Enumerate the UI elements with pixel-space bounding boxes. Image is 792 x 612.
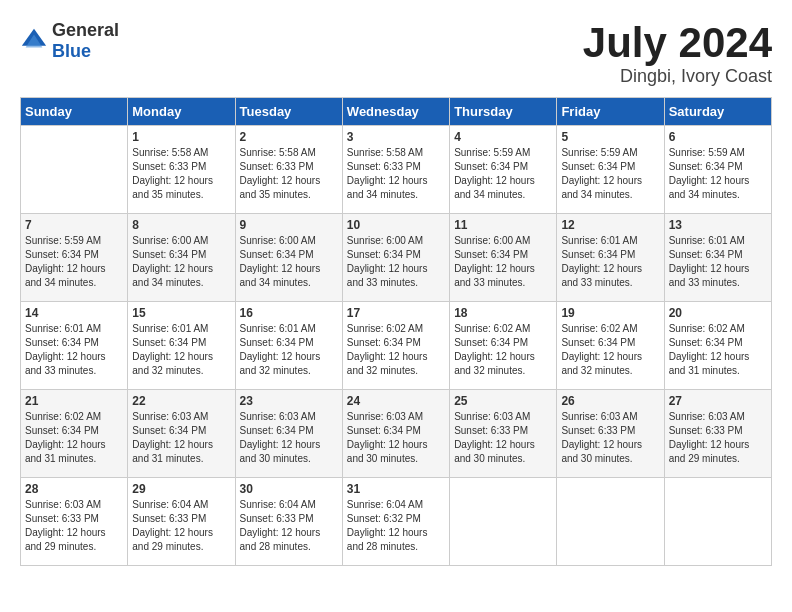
calendar-day-cell: 30Sunrise: 6:04 AM Sunset: 6:33 PM Dayli… <box>235 478 342 566</box>
title-area: July 2024 Dingbi, Ivory Coast <box>583 20 772 87</box>
day-number: 3 <box>347 130 445 144</box>
day-info: Sunrise: 6:01 AM Sunset: 6:34 PM Dayligh… <box>132 322 230 378</box>
logo-general: General <box>52 20 119 40</box>
calendar-day-cell: 8Sunrise: 6:00 AM Sunset: 6:34 PM Daylig… <box>128 214 235 302</box>
calendar-day-cell <box>450 478 557 566</box>
day-number: 15 <box>132 306 230 320</box>
calendar-week-row: 1Sunrise: 5:58 AM Sunset: 6:33 PM Daylig… <box>21 126 772 214</box>
calendar-day-cell: 22Sunrise: 6:03 AM Sunset: 6:34 PM Dayli… <box>128 390 235 478</box>
weekday-header: Saturday <box>664 98 771 126</box>
day-info: Sunrise: 6:02 AM Sunset: 6:34 PM Dayligh… <box>25 410 123 466</box>
day-number: 6 <box>669 130 767 144</box>
calendar-day-cell: 29Sunrise: 6:04 AM Sunset: 6:33 PM Dayli… <box>128 478 235 566</box>
day-info: Sunrise: 6:00 AM Sunset: 6:34 PM Dayligh… <box>132 234 230 290</box>
logo-icon <box>20 27 48 55</box>
calendar-day-cell: 23Sunrise: 6:03 AM Sunset: 6:34 PM Dayli… <box>235 390 342 478</box>
calendar-day-cell: 10Sunrise: 6:00 AM Sunset: 6:34 PM Dayli… <box>342 214 449 302</box>
day-number: 14 <box>25 306 123 320</box>
calendar-week-row: 7Sunrise: 5:59 AM Sunset: 6:34 PM Daylig… <box>21 214 772 302</box>
day-info: Sunrise: 6:03 AM Sunset: 6:33 PM Dayligh… <box>454 410 552 466</box>
day-info: Sunrise: 6:02 AM Sunset: 6:34 PM Dayligh… <box>454 322 552 378</box>
calendar-day-cell: 5Sunrise: 5:59 AM Sunset: 6:34 PM Daylig… <box>557 126 664 214</box>
location-title: Dingbi, Ivory Coast <box>583 66 772 87</box>
day-number: 4 <box>454 130 552 144</box>
calendar-day-cell: 17Sunrise: 6:02 AM Sunset: 6:34 PM Dayli… <box>342 302 449 390</box>
day-info: Sunrise: 6:01 AM Sunset: 6:34 PM Dayligh… <box>669 234 767 290</box>
day-info: Sunrise: 5:59 AM Sunset: 6:34 PM Dayligh… <box>561 146 659 202</box>
day-info: Sunrise: 6:01 AM Sunset: 6:34 PM Dayligh… <box>240 322 338 378</box>
day-info: Sunrise: 5:59 AM Sunset: 6:34 PM Dayligh… <box>669 146 767 202</box>
calendar-day-cell: 21Sunrise: 6:02 AM Sunset: 6:34 PM Dayli… <box>21 390 128 478</box>
day-number: 25 <box>454 394 552 408</box>
day-number: 19 <box>561 306 659 320</box>
day-info: Sunrise: 5:58 AM Sunset: 6:33 PM Dayligh… <box>347 146 445 202</box>
day-number: 23 <box>240 394 338 408</box>
calendar-day-cell: 24Sunrise: 6:03 AM Sunset: 6:34 PM Dayli… <box>342 390 449 478</box>
calendar-day-cell: 9Sunrise: 6:00 AM Sunset: 6:34 PM Daylig… <box>235 214 342 302</box>
day-info: Sunrise: 6:00 AM Sunset: 6:34 PM Dayligh… <box>454 234 552 290</box>
day-info: Sunrise: 6:03 AM Sunset: 6:34 PM Dayligh… <box>347 410 445 466</box>
day-info: Sunrise: 6:02 AM Sunset: 6:34 PM Dayligh… <box>669 322 767 378</box>
day-info: Sunrise: 6:03 AM Sunset: 6:34 PM Dayligh… <box>240 410 338 466</box>
day-number: 7 <box>25 218 123 232</box>
logo-text: General Blue <box>52 20 119 62</box>
day-number: 21 <box>25 394 123 408</box>
weekday-header: Friday <box>557 98 664 126</box>
day-number: 16 <box>240 306 338 320</box>
calendar-day-cell: 1Sunrise: 5:58 AM Sunset: 6:33 PM Daylig… <box>128 126 235 214</box>
day-info: Sunrise: 6:01 AM Sunset: 6:34 PM Dayligh… <box>561 234 659 290</box>
calendar-week-row: 21Sunrise: 6:02 AM Sunset: 6:34 PM Dayli… <box>21 390 772 478</box>
day-number: 26 <box>561 394 659 408</box>
day-info: Sunrise: 6:03 AM Sunset: 6:34 PM Dayligh… <box>132 410 230 466</box>
day-number: 9 <box>240 218 338 232</box>
calendar-week-row: 28Sunrise: 6:03 AM Sunset: 6:33 PM Dayli… <box>21 478 772 566</box>
day-info: Sunrise: 6:02 AM Sunset: 6:34 PM Dayligh… <box>561 322 659 378</box>
calendar-table: SundayMondayTuesdayWednesdayThursdayFrid… <box>20 97 772 566</box>
day-number: 28 <box>25 482 123 496</box>
day-number: 5 <box>561 130 659 144</box>
month-title: July 2024 <box>583 20 772 66</box>
day-info: Sunrise: 5:58 AM Sunset: 6:33 PM Dayligh… <box>240 146 338 202</box>
calendar-day-cell <box>557 478 664 566</box>
day-number: 18 <box>454 306 552 320</box>
calendar-day-cell: 15Sunrise: 6:01 AM Sunset: 6:34 PM Dayli… <box>128 302 235 390</box>
day-number: 17 <box>347 306 445 320</box>
day-info: Sunrise: 6:04 AM Sunset: 6:33 PM Dayligh… <box>132 498 230 554</box>
day-number: 10 <box>347 218 445 232</box>
day-info: Sunrise: 6:03 AM Sunset: 6:33 PM Dayligh… <box>25 498 123 554</box>
weekday-row: SundayMondayTuesdayWednesdayThursdayFrid… <box>21 98 772 126</box>
logo: General Blue <box>20 20 119 62</box>
calendar-day-cell: 3Sunrise: 5:58 AM Sunset: 6:33 PM Daylig… <box>342 126 449 214</box>
day-info: Sunrise: 5:58 AM Sunset: 6:33 PM Dayligh… <box>132 146 230 202</box>
day-number: 29 <box>132 482 230 496</box>
day-number: 24 <box>347 394 445 408</box>
calendar-day-cell: 14Sunrise: 6:01 AM Sunset: 6:34 PM Dayli… <box>21 302 128 390</box>
day-number: 20 <box>669 306 767 320</box>
calendar-day-cell: 19Sunrise: 6:02 AM Sunset: 6:34 PM Dayli… <box>557 302 664 390</box>
calendar-day-cell: 26Sunrise: 6:03 AM Sunset: 6:33 PM Dayli… <box>557 390 664 478</box>
calendar-body: 1Sunrise: 5:58 AM Sunset: 6:33 PM Daylig… <box>21 126 772 566</box>
day-info: Sunrise: 6:01 AM Sunset: 6:34 PM Dayligh… <box>25 322 123 378</box>
day-number: 11 <box>454 218 552 232</box>
day-number: 2 <box>240 130 338 144</box>
day-info: Sunrise: 5:59 AM Sunset: 6:34 PM Dayligh… <box>454 146 552 202</box>
calendar-day-cell: 4Sunrise: 5:59 AM Sunset: 6:34 PM Daylig… <box>450 126 557 214</box>
day-number: 22 <box>132 394 230 408</box>
day-number: 31 <box>347 482 445 496</box>
calendar-day-cell: 28Sunrise: 6:03 AM Sunset: 6:33 PM Dayli… <box>21 478 128 566</box>
day-info: Sunrise: 6:03 AM Sunset: 6:33 PM Dayligh… <box>669 410 767 466</box>
calendar-day-cell <box>21 126 128 214</box>
day-number: 8 <box>132 218 230 232</box>
day-number: 13 <box>669 218 767 232</box>
day-info: Sunrise: 6:03 AM Sunset: 6:33 PM Dayligh… <box>561 410 659 466</box>
calendar-day-cell: 27Sunrise: 6:03 AM Sunset: 6:33 PM Dayli… <box>664 390 771 478</box>
calendar-day-cell: 16Sunrise: 6:01 AM Sunset: 6:34 PM Dayli… <box>235 302 342 390</box>
day-info: Sunrise: 6:02 AM Sunset: 6:34 PM Dayligh… <box>347 322 445 378</box>
calendar-day-cell: 31Sunrise: 6:04 AM Sunset: 6:32 PM Dayli… <box>342 478 449 566</box>
calendar-day-cell: 18Sunrise: 6:02 AM Sunset: 6:34 PM Dayli… <box>450 302 557 390</box>
weekday-header: Thursday <box>450 98 557 126</box>
page-header: General Blue July 2024 Dingbi, Ivory Coa… <box>20 20 772 87</box>
day-info: Sunrise: 5:59 AM Sunset: 6:34 PM Dayligh… <box>25 234 123 290</box>
calendar-day-cell: 11Sunrise: 6:00 AM Sunset: 6:34 PM Dayli… <box>450 214 557 302</box>
weekday-header: Sunday <box>21 98 128 126</box>
